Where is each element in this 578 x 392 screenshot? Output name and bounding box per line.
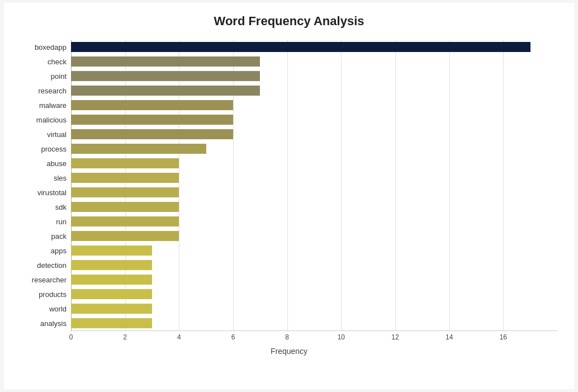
bar — [71, 129, 233, 139]
bar — [71, 42, 530, 52]
y-axis-label: check — [48, 54, 67, 69]
bar — [71, 202, 179, 212]
bar — [71, 187, 179, 197]
y-axis-label: boxedapp — [35, 40, 67, 54]
bar-row — [71, 243, 557, 258]
y-axis-label: products — [39, 287, 67, 301]
y-labels: boxedappcheckpointresearchmalwaremalicio… — [21, 40, 71, 330]
bar — [71, 71, 260, 81]
bar-row — [71, 112, 557, 127]
bar — [71, 115, 233, 125]
y-axis-label: point — [51, 69, 67, 83]
bar — [71, 231, 179, 241]
x-tick-label: 4 — [177, 333, 181, 341]
chart-container: Word Frequency Analysis boxedappcheckpoi… — [4, 3, 574, 389]
x-tick-label: 16 — [500, 333, 507, 341]
bar-row — [71, 287, 557, 301]
bar — [71, 289, 152, 299]
bar-row — [71, 214, 557, 229]
bar-row — [71, 185, 557, 200]
bar — [71, 318, 152, 328]
bar — [71, 304, 152, 314]
bar — [71, 56, 260, 67]
x-tick-label: 14 — [446, 333, 453, 341]
bars-and-grid — [71, 40, 557, 330]
x-axis-container: 0246810121416 — [71, 330, 557, 344]
y-axis-label: analysis — [40, 316, 67, 330]
bar-row — [71, 156, 557, 171]
y-axis-label: malicious — [36, 112, 67, 127]
y-axis-label: researcher — [32, 272, 67, 287]
bar-row — [71, 258, 557, 272]
y-axis-label: process — [41, 141, 67, 156]
x-axis-title: Frequency — [21, 347, 557, 356]
x-ticks-line: 0246810121416 — [71, 330, 557, 344]
bar-row — [71, 54, 557, 69]
x-tick-label: 8 — [285, 333, 289, 341]
y-axis-label: sles — [54, 171, 67, 185]
bar-row — [71, 83, 557, 98]
y-axis-label: virustotal — [37, 185, 67, 200]
x-tick-label: 12 — [391, 333, 399, 341]
x-tick-label: 0 — [69, 333, 73, 341]
bar — [71, 275, 152, 285]
chart-title: Word Frequency Analysis — [21, 14, 557, 29]
bar-row — [71, 171, 557, 185]
x-tick-label: 10 — [338, 333, 345, 341]
chart-area: boxedappcheckpointresearchmalwaremalicio… — [21, 40, 557, 330]
bar-row — [71, 272, 557, 287]
bar-row — [71, 141, 557, 156]
y-axis-label: run — [56, 214, 67, 229]
bar — [71, 158, 179, 168]
bar — [71, 260, 152, 270]
bar-row — [71, 98, 557, 112]
bar — [71, 86, 260, 96]
y-axis-label: research — [38, 83, 67, 98]
bar — [71, 216, 179, 226]
bar-row — [71, 229, 557, 243]
x-tick-label: 2 — [123, 333, 127, 341]
bar — [71, 100, 233, 110]
bar-row — [71, 301, 557, 316]
y-axis-label: detection — [37, 258, 67, 272]
bar-row — [71, 316, 557, 330]
y-axis-label: malware — [39, 98, 67, 112]
bottom-section: 0246810121416 Frequency — [21, 330, 557, 356]
bar — [71, 144, 206, 154]
y-axis-label: pack — [51, 229, 67, 243]
y-axis-label: virtual — [47, 127, 67, 141]
y-axis-label: abuse — [47, 156, 67, 171]
bar-row — [71, 69, 557, 83]
y-axis-label: sdk — [55, 200, 67, 214]
bar — [71, 173, 179, 183]
bar-row — [71, 40, 557, 54]
bar-row — [71, 127, 557, 141]
y-axis-label: apps — [51, 243, 67, 258]
bar-row — [71, 200, 557, 214]
y-axis-label: world — [49, 301, 67, 316]
x-tick-label: 6 — [231, 333, 235, 341]
bar — [71, 245, 152, 256]
